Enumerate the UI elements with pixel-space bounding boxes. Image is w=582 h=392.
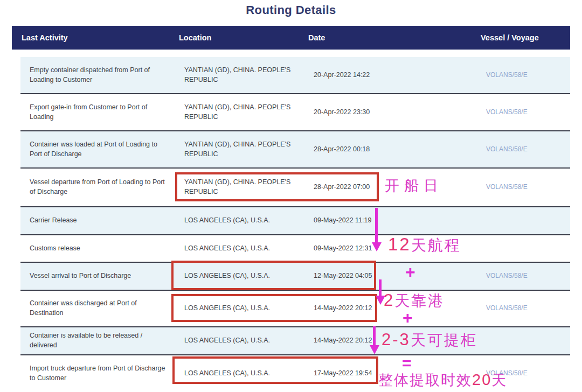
table-row: Customs releaseLOS ANGELES (CA), U.S.A.0…	[20, 235, 570, 263]
date-cell: 28-Apr-2022 00:18	[314, 145, 478, 155]
table-row: Empty container dispatched from Port of …	[20, 57, 570, 94]
location-cell: LOS ANGELES (CA), U.S.A.	[184, 369, 306, 379]
table-row: Container was discharged at Port of Dest…	[20, 291, 570, 327]
column-header-vessel-voyage: Vessel / Voyage	[473, 33, 570, 42]
routing-details-table: Last Activity Location Date Vessel / Voy…	[12, 26, 570, 392]
table-body: Empty container dispatched from Port of …	[20, 57, 570, 392]
activity-cell: Vessel departure from Port of Loading to…	[30, 178, 176, 197]
date-cell: 17-May-2022 19:54	[314, 369, 478, 379]
activity-cell: Container was discharged at Port of Dest…	[30, 299, 176, 318]
location-cell: LOS ANGELES (CA), U.S.A.	[184, 304, 306, 313]
table-row: Container was loaded at Port of Loading …	[20, 131, 570, 169]
table-row: Carrier ReleaseLOS ANGELES (CA), U.S.A.0…	[20, 207, 570, 235]
date-cell: 28-Apr-2022 07:00	[314, 183, 478, 192]
activity-cell: Container was loaded at Port of Loading …	[30, 140, 176, 159]
date-cell: 14-May-2022 20:12	[314, 336, 478, 346]
activity-cell: Empty container dispatched from Port of …	[30, 66, 176, 85]
location-cell: LOS ANGELES (CA), U.S.A.	[184, 271, 306, 281]
activity-cell: Carrier Release	[30, 216, 176, 226]
location-cell: YANTIAN (GD), CHINA. PEOPLE'S REPUBLIC	[184, 66, 306, 85]
table-row: Vessel departure from Port of Loading to…	[20, 169, 570, 207]
date-cell: 12-May-2022 04:05	[314, 271, 478, 281]
activity-cell: Customs release	[30, 244, 176, 254]
vessel-voyage-link[interactable]: VOLANS/58/E	[478, 71, 570, 80]
date-cell: 20-Apr-2022 23:30	[314, 108, 478, 117]
vessel-voyage-link[interactable]: VOLANS/58/E	[478, 108, 570, 117]
location-cell: YANTIAN (GD), CHINA. PEOPLE'S REPUBLIC	[184, 140, 306, 159]
date-cell: 09-May-2022 12:31	[314, 244, 478, 254]
column-header-last-activity: Last Activity	[22, 33, 179, 42]
date-cell: 09-May-2022 11:19	[314, 216, 478, 226]
location-cell: YANTIAN (GD), CHINA. PEOPLE'S REPUBLIC	[184, 103, 306, 122]
table-row: Vessel arrival to Port of DischargeLOS A…	[20, 263, 570, 291]
column-header-location: Location	[179, 33, 308, 42]
column-header-date: Date	[308, 33, 473, 42]
activity-cell: Import truck departure from Port of Disc…	[30, 364, 176, 383]
vessel-voyage-link[interactable]: VOLANS/58/E	[478, 369, 570, 378]
table-header-row: Last Activity Location Date Vessel / Voy…	[12, 26, 570, 50]
location-cell: LOS ANGELES (CA), U.S.A.	[184, 336, 306, 346]
activity-cell: Container is available to be released / …	[30, 331, 176, 351]
table-row: Export gate-in from Customer to Port of …	[20, 94, 570, 131]
date-cell: 20-Apr-2022 14:22	[314, 71, 478, 80]
vessel-voyage-link[interactable]: VOLANS/58/E	[478, 304, 570, 313]
table-row: Import truck departure from Port of Disc…	[20, 355, 570, 392]
date-cell: 14-May-2022 20:12	[314, 304, 478, 313]
vessel-voyage-link[interactable]: VOLANS/58/E	[478, 271, 570, 281]
page-title: Routing Details	[0, 3, 582, 17]
activity-cell: Export gate-in from Customer to Port of …	[30, 103, 176, 122]
location-cell: LOS ANGELES (CA), U.S.A.	[184, 216, 306, 226]
vessel-voyage-link[interactable]: VOLANS/58/E	[478, 145, 570, 154]
location-cell: YANTIAN (GD), CHINA. PEOPLE'S REPUBLIC	[184, 178, 306, 197]
location-cell: LOS ANGELES (CA), U.S.A.	[184, 244, 306, 254]
activity-cell: Vessel arrival to Port of Discharge	[30, 271, 176, 281]
table-row: Container is available to be released / …	[20, 327, 570, 355]
vessel-voyage-link[interactable]: VOLANS/58/E	[478, 183, 570, 192]
